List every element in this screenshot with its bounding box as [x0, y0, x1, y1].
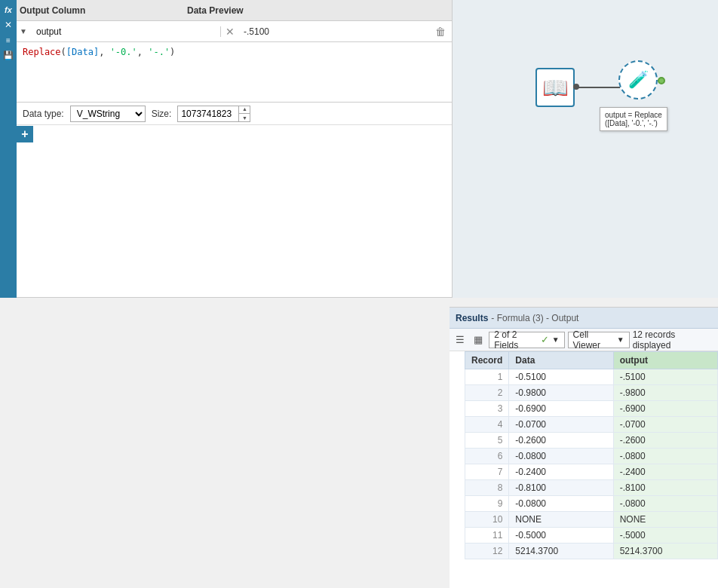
cell-data: -0.8100: [509, 480, 613, 496]
delete-row-button[interactable]: 🗑: [429, 26, 452, 38]
fields-dropdown[interactable]: 2 of 2 Fields ✓ ▼: [489, 332, 564, 348]
table-row: 5-0.2600-.2600: [465, 433, 718, 449]
cell-output: -.6900: [613, 401, 717, 417]
cell-record: 8: [465, 480, 509, 496]
table-row: 11-0.5000-.5000: [465, 528, 718, 544]
output-row: ▼ ✕ -.5100 🗑: [0, 21, 452, 42]
function-name: Replace: [23, 47, 61, 57]
col-header-data: Data: [509, 352, 613, 369]
cell-viewer-label: Cell Viewer: [573, 329, 614, 351]
cell-viewer-chevron-icon: ▼: [617, 335, 624, 344]
table-row: 1-0.5100-.5100: [465, 369, 718, 385]
cell-output: -.5000: [613, 528, 717, 544]
cell-output: -.0800: [613, 449, 717, 464]
connector-line: [575, 87, 620, 88]
results-panel: Results - Formula (3) - Output ☰ ▦ 2 of …: [450, 307, 718, 588]
add-field-button[interactable]: +: [17, 126, 33, 142]
size-spinner: ▲ ▼: [238, 106, 250, 122]
size-input-wrapper: ▲ ▼: [177, 106, 250, 122]
cell-output: -.0800: [613, 496, 717, 512]
clear-output-button[interactable]: ✕: [221, 26, 239, 38]
table-row: 9-0.0800-.0800: [465, 496, 718, 512]
cell-record: 12: [465, 544, 509, 559]
table-row: 125214.37005214.3700: [465, 544, 718, 559]
results-toolbar: ☰ ▦ 2 of 2 Fields ✓ ▼ Cell Viewer ▼ 12 r…: [450, 329, 718, 351]
output-type-dropdown[interactable]: ▼: [17, 21, 33, 41]
cell-data: -0.6900: [509, 401, 613, 417]
table-header-row: Record Data output: [465, 352, 718, 369]
column-header-row: Output Column Data Preview: [0, 0, 452, 21]
node-book[interactable]: 📖: [535, 68, 575, 107]
datatype-row: Data type: V_WString String Int32 Double…: [17, 103, 452, 125]
workflow-canvas: 📖 🧪 output = Replace([Data], '-0.', '-.'…: [453, 0, 718, 298]
cell-data: -0.0700: [509, 417, 613, 433]
spin-up-button[interactable]: ▲: [239, 106, 250, 115]
col-header-output: output: [613, 352, 717, 369]
results-title: Results: [456, 313, 488, 323]
cell-record: 3: [465, 401, 509, 417]
cell-data: 5214.3700: [509, 544, 613, 559]
grid-view-button[interactable]: ▦: [471, 332, 486, 348]
cell-data: -0.2600: [509, 433, 613, 449]
table-body: 1-0.5100-.51002-0.9800-.98003-0.6900-.69…: [465, 369, 718, 559]
results-header: Results - Formula (3) - Output: [450, 308, 718, 329]
cell-viewer-dropdown[interactable]: Cell Viewer ▼: [568, 332, 630, 348]
table-row: 10NONENONE: [465, 512, 718, 528]
output-name-input[interactable]: [33, 26, 221, 37]
size-input[interactable]: [178, 106, 238, 121]
table-row: 2-0.9800-.9800: [465, 385, 718, 401]
check-icon: ✓: [541, 334, 549, 345]
col-header-record: Record: [465, 352, 509, 369]
cell-output: 5214.3700: [613, 544, 717, 559]
close-icon-btn[interactable]: ✕: [2, 18, 15, 32]
data-table: Record Data output 1-0.5100-.51002-0.980…: [465, 351, 718, 559]
cell-record: 7: [465, 464, 509, 480]
list-icon-btn[interactable]: ≡: [2, 33, 15, 47]
table-row: 4-0.0700-.0700: [465, 417, 718, 433]
cell-record: 4: [465, 417, 509, 433]
cell-output: -.8100: [613, 480, 717, 496]
fields-chevron-icon: ▼: [552, 335, 560, 344]
table-row: 7-0.2400-.2400: [465, 464, 718, 480]
datatype-label: Data type:: [23, 109, 64, 119]
datatype-select[interactable]: V_WString String Int32 Double: [70, 106, 146, 122]
chevron-down-icon: ▼: [20, 27, 27, 35]
cell-record: 9: [465, 496, 509, 512]
cell-data: -0.2400: [509, 464, 613, 480]
cell-data: NONE: [509, 512, 613, 528]
cell-output: -.2400: [613, 464, 717, 480]
node-tooltip: output = Replace([Data], '-0.', '-.'): [600, 107, 667, 131]
data-table-wrapper[interactable]: Record Data output 1-0.5100-.51002-0.980…: [465, 351, 718, 588]
formula-node-icon: 🧪: [628, 70, 649, 90]
cell-record: 6: [465, 449, 509, 464]
preview-column-header: Data Preview: [181, 5, 244, 16]
records-info: 12 records displayed: [633, 329, 715, 351]
spin-down-button[interactable]: ▼: [239, 114, 250, 122]
cell-record: 11: [465, 528, 509, 544]
table-row: 6-0.0800-.0800: [465, 449, 718, 464]
node-formula[interactable]: 🧪: [618, 60, 658, 100]
cell-data: -0.9800: [509, 385, 613, 401]
cell-record: 10: [465, 512, 509, 528]
formula-editor-area: Replace([Data], '-0.', '-.'): [17, 42, 452, 103]
cell-output: -.0700: [613, 417, 717, 433]
formula-icon-btn[interactable]: fx: [2, 3, 15, 17]
connector-dot-left: [573, 84, 579, 90]
cell-data: -0.5100: [509, 369, 613, 385]
cell-record: 2: [465, 385, 509, 401]
tooltip-text: output = Replace([Data], '-0.', '-.'): [605, 111, 662, 127]
workflow-nodes: 📖 🧪 output = Replace([Data], '-0.', '-.'…: [528, 45, 718, 196]
save-icon-btn[interactable]: 💾: [2, 48, 15, 62]
size-label: Size:: [152, 109, 172, 119]
formula-editor-panel: Output Column Data Preview ▼ ✕ -.5100 🗑 …: [0, 0, 453, 298]
list-view-button[interactable]: ☰: [453, 332, 468, 348]
cell-data: -0.5000: [509, 528, 613, 544]
formula-text[interactable]: Replace([Data], '-0.', '-.'): [17, 42, 452, 62]
cell-data: -0.0800: [509, 449, 613, 464]
table-row: 3-0.6900-.6900: [465, 401, 718, 417]
data-preview-value: -.5100: [239, 26, 429, 37]
left-toolbar: fx ✕ ≡ 💾: [0, 0, 17, 298]
cell-output: NONE: [613, 512, 717, 528]
table-row: 8-0.8100-.8100: [465, 480, 718, 496]
output-column-header: Output Column: [17, 5, 181, 16]
